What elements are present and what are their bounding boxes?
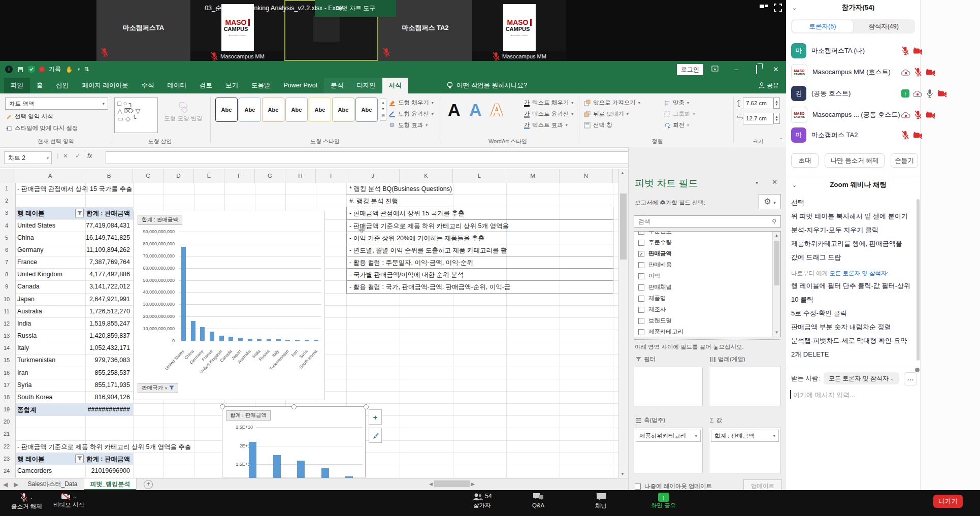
collapse-ribbon-icon[interactable]: ⌃ <box>779 137 783 143</box>
row-header-5[interactable]: 5 <box>0 235 13 241</box>
cell-A1[interactable]: - 판매금액 관점에서 상위 15 국가를 추출 <box>17 185 132 194</box>
touch-mode-icon[interactable]: ✋ <box>66 66 73 73</box>
shape-gallery[interactable]: □ ○ ╮△ ⌦ ▽▭ ◇ ╰ <box>114 98 158 133</box>
dock-window-icon[interactable] <box>710 64 720 75</box>
change-shape-button[interactable]: 도형 모양 변경 <box>162 102 204 122</box>
pivot-chart-subcategories[interactable]: 합계 : 판매금액2.5E+102E+101.5E+10 <box>222 406 366 477</box>
chat-scrollbar[interactable] <box>917 199 920 361</box>
bar-subcategory-1[interactable] <box>249 442 256 478</box>
axis-field-chip[interactable]: 제품하위카테고리▾ <box>636 430 701 442</box>
field-item-주문수량[interactable]: 주문수량 <box>638 239 672 246</box>
scroll-up-icon[interactable]: ▲ <box>773 232 780 240</box>
video-tile[interactable]: MASO CAMPUS Actionable ContentMasocampus… <box>472 0 566 61</box>
name-box[interactable]: 차트 2 ▾ <box>4 151 52 164</box>
bq-note-row2[interactable]: #. 랭킹 분석 진행 <box>349 197 398 206</box>
bar-subcategory-3[interactable] <box>297 461 305 478</box>
ribbon-tab-도움말[interactable]: 도움말 <box>245 78 277 93</box>
scrollbar-thumb[interactable] <box>620 194 627 260</box>
cell-A7[interactable]: France <box>17 259 37 266</box>
vertical-scrollbar[interactable]: ▲ ▼ <box>618 169 628 478</box>
shape-styles-scroll[interactable]: ▲▼▤ <box>380 99 386 121</box>
row-header-22[interactable]: 22 <box>0 443 13 449</box>
column-header-F[interactable]: F <box>224 169 255 183</box>
ribbon-tab-power-pivot[interactable]: Power Pivot <box>277 78 324 93</box>
participants-button[interactable]: 54 참가자 <box>472 493 492 509</box>
bar-south-korea[interactable] <box>314 340 318 341</box>
restore-button[interactable] <box>752 64 762 75</box>
column-header-L[interactable]: L <box>453 169 506 183</box>
checkbox-icon[interactable] <box>638 296 644 302</box>
bar-italy[interactable] <box>276 339 281 341</box>
shape-outline-button[interactable]: 도형 윤곽선 ▾ <box>389 110 434 118</box>
row-header-2[interactable]: 2 <box>0 198 13 204</box>
column-header-C[interactable]: C <box>133 169 164 183</box>
column-header-J[interactable]: J <box>346 169 400 183</box>
scroll-down-icon[interactable]: ▼ <box>620 472 625 476</box>
unmute-me-button[interactable]: 나만 음소거 해제 <box>825 153 885 168</box>
row-header-20[interactable]: 20 <box>0 418 13 425</box>
field-item-제조사[interactable]: 제조사 <box>638 306 666 313</box>
shape-effects-button[interactable]: 도형 효과 ▾ <box>389 121 428 129</box>
scrollbar-thumb[interactable] <box>774 241 779 285</box>
column-header-I[interactable]: I <box>316 169 346 183</box>
new-sheet-icon[interactable]: + <box>144 480 153 489</box>
ribbon-tab-분석[interactable]: 분석 <box>324 78 350 93</box>
sheet-tab-salesmaster[interactable]: Sales마스터_Data <box>21 478 84 490</box>
column-header-E[interactable]: E <box>194 169 224 183</box>
ribbon-tab-수식[interactable]: 수식 <box>135 78 160 93</box>
share-button[interactable]: 공유 <box>759 78 779 93</box>
bq-note-row7[interactable]: - 활용 컬럼 : 주문일자, 이익-금액, 이익-순위 <box>349 259 473 267</box>
row-header-17[interactable]: 17 <box>0 382 13 388</box>
shape-fill-button[interactable]: 도형 채우기 ▾ <box>389 99 434 107</box>
send-backward-button[interactable]: 뒤로 보내기 ▾ <box>584 110 629 118</box>
ribbon-tab-보기[interactable]: 보기 <box>219 78 245 93</box>
column-header-D[interactable]: D <box>164 169 194 183</box>
leave-button[interactable]: 나가기 <box>933 495 963 508</box>
column-header-H[interactable]: H <box>285 169 316 183</box>
row-header-10[interactable]: 10 <box>0 296 13 302</box>
row-header-16[interactable]: 16 <box>0 370 13 376</box>
bar-russia[interactable] <box>267 339 271 341</box>
chart-styles-brush-button[interactable] <box>369 428 382 443</box>
row-header-11[interactable]: 11 <box>0 308 13 314</box>
checkbox-icon[interactable] <box>638 231 644 235</box>
shape-style-preset[interactable]: Abc <box>309 98 331 122</box>
bar-subcategory-4[interactable] <box>321 468 329 478</box>
chat-more-button[interactable]: ... <box>904 372 917 385</box>
cell-B4[interactable]: 77,419,084,431 <box>85 222 130 229</box>
insert-function-icon[interactable]: fx <box>87 152 92 159</box>
cell-A17[interactable]: Syria <box>17 381 31 389</box>
share-screen-button[interactable]: ↑ 화면 공유 <box>651 493 676 509</box>
sheet-tab-pivot-ranking[interactable]: 피벗_랭킹분석 <box>84 478 137 490</box>
wordart-style-black[interactable]: A <box>448 100 461 120</box>
cell-B13[interactable]: 1,420,859,837 <box>85 332 130 339</box>
column-headers[interactable]: ABCDEFGHIJKLMN <box>0 169 618 183</box>
pane-tools-gear-button[interactable]: ⚙ ▾ <box>759 194 781 209</box>
bar-china[interactable] <box>191 321 195 341</box>
qat-dropdown-icon[interactable]: ▾ <box>78 67 80 72</box>
width-spinner[interactable]: ▲▼ <box>773 113 780 124</box>
cell-B15[interactable]: 979,736,083 <box>85 357 130 364</box>
row-headers[interactable]: 123456789101112131415161718192021222324 <box>0 183 16 478</box>
chevron-up-icon[interactable]: ⌃ <box>28 497 34 503</box>
bq-note-row5[interactable]: - 이익 기준 상위 20%에 기여하는 제품들을 추출 <box>349 234 484 243</box>
chart-field-button[interactable]: 합계 : 판매금액 <box>138 215 182 225</box>
sheet-nav-right-icon[interactable]: ▶ <box>11 481 21 488</box>
column-header-A[interactable]: A <box>15 169 85 183</box>
cell-B9[interactable]: 3,141,722,012 <box>85 283 130 290</box>
row-header-3[interactable]: 3 <box>0 210 13 216</box>
chart-field-button[interactable]: 합계 : 판매금액 <box>226 410 271 421</box>
chat-button[interactable]: 채팅 <box>595 493 607 510</box>
bar-syria[interactable] <box>305 340 309 341</box>
bar-iran[interactable] <box>295 340 300 341</box>
hscroll-right-icon[interactable]: ▶ <box>471 481 475 487</box>
gallery-view-icon[interactable] <box>759 4 768 14</box>
field-list[interactable]: 주문번호주문수량✓판매금액판매비용이익판매채널제품명제조사브랜드명제품카테고리▲… <box>634 231 781 337</box>
save-icon[interactable] <box>17 67 23 73</box>
bar-france[interactable] <box>210 332 214 341</box>
cell-A14[interactable]: Italy <box>17 344 29 351</box>
cell-B14[interactable]: 1,052,432,171 <box>85 344 130 351</box>
bar-united-states[interactable] <box>181 247 186 341</box>
start-video-button[interactable]: ⌃ 비디오 시작 <box>53 493 84 509</box>
ribbon-display-icon[interactable]: ⇅ <box>84 66 89 73</box>
